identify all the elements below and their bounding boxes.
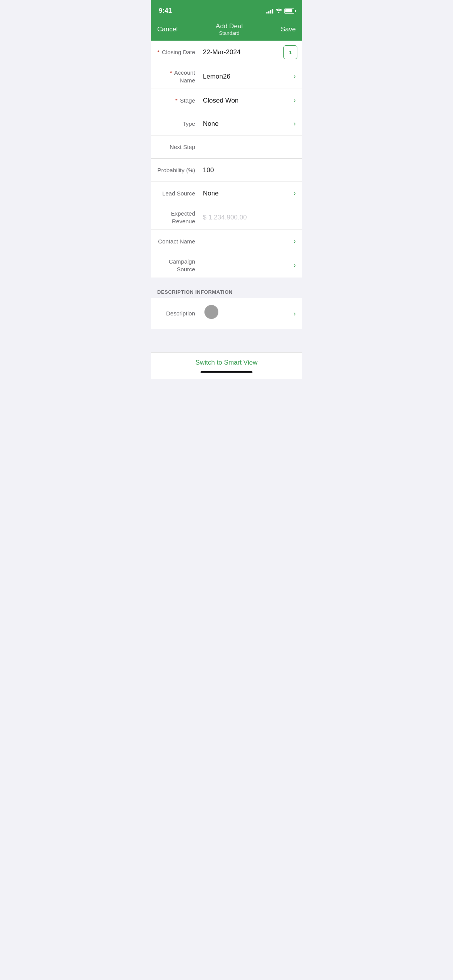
expected-revenue-value[interactable]: $ 1,234,900.00 <box>201 214 302 221</box>
closing-date-row: * Closing Date 22-Mar-2024 1 <box>151 41 302 64</box>
required-star: * <box>170 69 172 76</box>
stage-value[interactable]: Closed Won <box>201 97 293 105</box>
battery-icon <box>284 9 294 14</box>
chevron-icon: › <box>293 237 302 245</box>
chevron-icon: › <box>293 72 302 81</box>
required-star: * <box>175 97 178 104</box>
bottom-bar: Switch to Smart View <box>151 352 302 379</box>
nav-title: Add Deal Standard <box>216 22 243 36</box>
contact-name-label: Contact Name <box>151 238 201 245</box>
chevron-icon: › <box>293 189 302 197</box>
section-gap-2 <box>151 329 302 352</box>
description-content <box>201 305 293 322</box>
calendar-icon[interactable]: 1 <box>283 45 297 59</box>
page-title: Add Deal <box>216 22 243 30</box>
mic-button[interactable] <box>204 305 218 319</box>
save-button[interactable]: Save <box>281 26 296 33</box>
expected-revenue-row[interactable]: ExpectedRevenue $ 1,234,900.00 <box>151 205 302 230</box>
campaign-source-row[interactable]: CampaignSource › <box>151 253 302 278</box>
account-name-label: * AccountName <box>151 69 201 84</box>
closing-date-value[interactable]: 22-Mar-2024 <box>201 48 283 56</box>
stage-row[interactable]: * Stage Closed Won › <box>151 89 302 112</box>
status-time: 9:41 <box>159 7 172 15</box>
page-subtitle: Standard <box>216 30 243 36</box>
lead-source-row[interactable]: Lead Source None › <box>151 182 302 205</box>
stage-label: * Stage <box>151 97 201 105</box>
probability-row[interactable]: Probability (%) 100 <box>151 159 302 182</box>
status-icons <box>266 8 294 14</box>
type-value[interactable]: None <box>201 120 293 128</box>
required-star: * <box>157 49 160 55</box>
cancel-button[interactable]: Cancel <box>157 26 178 33</box>
next-step-label: Next Step <box>151 143 201 151</box>
section-gap <box>151 278 302 284</box>
status-bar: 9:41 <box>151 0 302 19</box>
closing-date-label: * Closing Date <box>151 48 201 56</box>
nav-bar: Cancel Add Deal Standard Save <box>151 19 302 41</box>
switch-smart-view-button[interactable]: Switch to Smart View <box>157 359 296 367</box>
type-row[interactable]: Type None › <box>151 112 302 135</box>
description-label: Description <box>151 310 201 317</box>
chevron-icon: › <box>293 96 302 105</box>
next-step-row[interactable]: Next Step <box>151 135 302 159</box>
description-section: Description › <box>151 298 302 329</box>
chevron-icon: › <box>293 261 302 269</box>
description-row[interactable]: Description › <box>151 298 302 329</box>
campaign-source-label: CampaignSource <box>151 258 201 273</box>
form-section: * Closing Date 22-Mar-2024 1 * AccountNa… <box>151 41 302 278</box>
wifi-icon <box>276 8 282 14</box>
lead-source-value[interactable]: None <box>201 190 293 197</box>
account-name-value[interactable]: Lemon26 <box>201 73 293 81</box>
home-indicator <box>201 371 252 373</box>
signal-icon <box>266 8 273 14</box>
probability-label: Probability (%) <box>151 166 201 174</box>
contact-name-row[interactable]: Contact Name › <box>151 230 302 253</box>
expected-revenue-label: ExpectedRevenue <box>151 210 201 225</box>
probability-value[interactable]: 100 <box>201 166 302 174</box>
description-section-header: DESCRIPTION INFORMATION <box>151 284 302 298</box>
account-name-row[interactable]: * AccountName Lemon26 › <box>151 64 302 89</box>
chevron-icon: › <box>293 310 302 318</box>
chevron-icon: › <box>293 120 302 128</box>
type-label: Type <box>151 120 201 128</box>
lead-source-label: Lead Source <box>151 190 201 197</box>
